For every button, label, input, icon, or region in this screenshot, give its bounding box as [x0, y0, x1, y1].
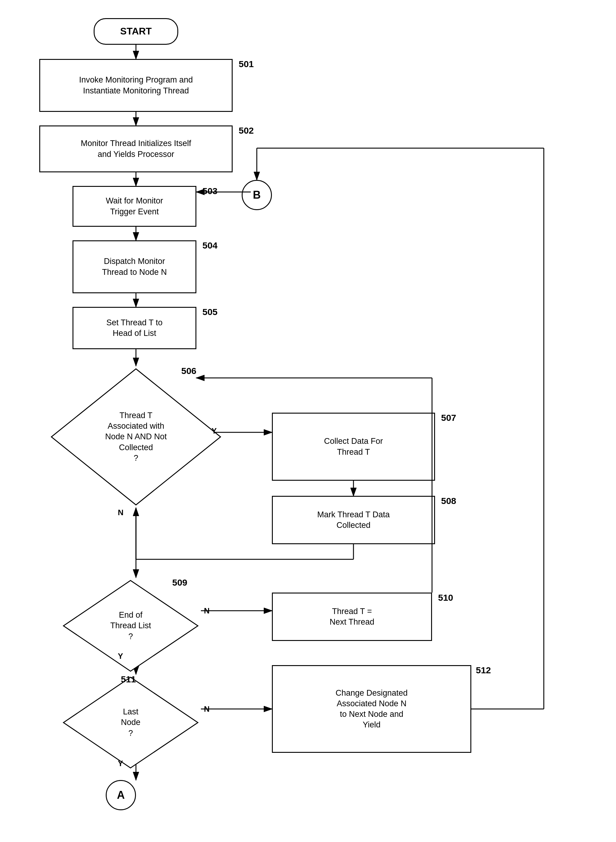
- start-label: START: [120, 25, 152, 38]
- label-n-506: N: [118, 508, 123, 517]
- step-504-label: Dispatch Monitor Thread to Node N: [102, 256, 167, 277]
- label-y-511: Y: [118, 759, 123, 768]
- step-502-label: Monitor Thread Initializes Itself and Yi…: [81, 138, 191, 159]
- step-512-label: Change Designated Associated Node N to N…: [336, 688, 408, 730]
- step-510-label: Thread T = Next Thread: [330, 606, 374, 627]
- connector-a: A: [106, 780, 136, 810]
- step-511-num: 511: [121, 674, 136, 685]
- flowchart: START Invoke Monitoring Program and Inst…: [0, 0, 616, 842]
- step-506-label: Thread T Associated with Node N AND Not …: [102, 407, 170, 466]
- step-510-box: Thread T = Next Thread: [272, 592, 432, 641]
- label-y-509: Y: [118, 651, 123, 661]
- label-n-511: N: [204, 704, 210, 714]
- connector-b: B: [242, 180, 272, 210]
- step-501-label: Invoke Monitoring Program and Instantiat…: [79, 75, 193, 96]
- step-501-num: 501: [239, 59, 254, 69]
- step-505-label: Set Thread T to Head of List: [106, 317, 163, 339]
- step-505-num: 505: [202, 307, 217, 317]
- step-504-box: Dispatch Monitor Thread to Node N: [72, 240, 197, 293]
- step-512-box: Change Designated Associated Node N to N…: [272, 665, 471, 753]
- step-509-label: End of Thread List ?: [107, 607, 154, 645]
- step-507-num: 507: [441, 413, 456, 423]
- step-507-box: Collect Data For Thread T: [272, 413, 435, 481]
- step-503-label: Wait for Monitor Trigger Event: [106, 195, 163, 217]
- step-505-box: Set Thread T to Head of List: [72, 307, 197, 349]
- circA-label: A: [117, 788, 125, 802]
- step-508-num: 508: [441, 496, 456, 506]
- step-501-box: Invoke Monitoring Program and Instantiat…: [39, 59, 233, 112]
- step-503-num: 503: [202, 186, 217, 196]
- step-512-num: 512: [476, 665, 491, 675]
- step-509-num: 509: [172, 577, 187, 588]
- step-506-diamond: Thread T Associated with Node N AND Not …: [48, 366, 224, 508]
- step-504-num: 504: [202, 240, 217, 251]
- circB-label: B: [253, 188, 261, 202]
- step-502-num: 502: [239, 125, 254, 136]
- step-503-box: Wait for Monitor Trigger Event: [72, 186, 197, 227]
- start-shape: START: [94, 18, 178, 45]
- step-502-box: Monitor Thread Initializes Itself and Yi…: [39, 125, 233, 172]
- step-511-label: Last Node ?: [118, 704, 144, 741]
- step-509-diamond: End of Thread List ?: [60, 577, 201, 674]
- step-508-box: Mark Thread T Data Collected: [272, 496, 435, 544]
- step-507-label: Collect Data For Thread T: [324, 436, 383, 457]
- step-506-num: 506: [181, 366, 197, 376]
- step-511-diamond: Last Node ?: [60, 674, 201, 771]
- step-508-label: Mark Thread T Data Collected: [317, 510, 390, 530]
- label-y-506: Y: [211, 426, 217, 436]
- label-n-509: N: [204, 606, 210, 616]
- step-510-num: 510: [438, 592, 453, 603]
